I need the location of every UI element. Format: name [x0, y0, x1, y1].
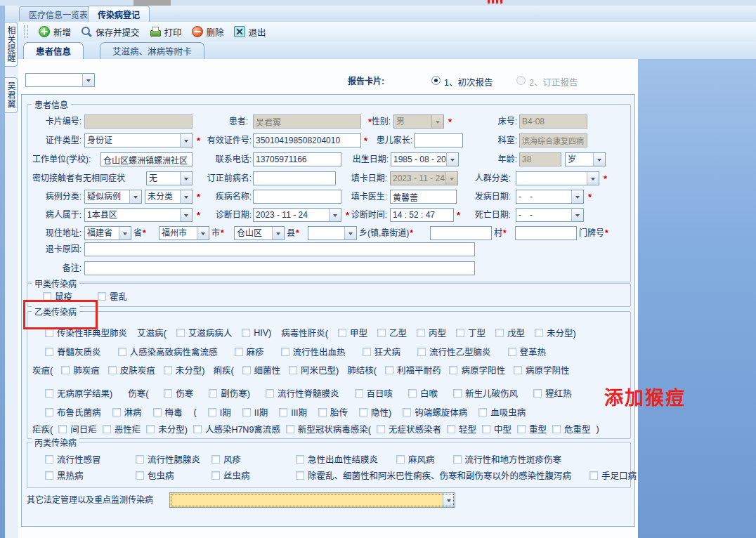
checkbox-icon[interactable]	[281, 348, 289, 356]
dropdown-arrow-icon[interactable]	[446, 153, 458, 166]
patient-belongs-select[interactable]: 1本县区	[84, 208, 193, 222]
disease-option[interactable]: 未分型)	[146, 422, 188, 435]
disease-option[interactable]: 重型	[517, 422, 547, 435]
checkbox-icon[interactable]	[103, 425, 111, 433]
checkbox-icon[interactable]	[98, 292, 106, 301]
checkbox-icon[interactable]	[535, 329, 543, 337]
checkbox-icon[interactable]	[45, 348, 53, 356]
disease-option[interactable]: 流行性脊髓膜炎	[266, 386, 339, 400]
disease-option[interactable]: I期	[208, 405, 231, 419]
other-disease-select[interactable]	[169, 492, 455, 508]
checkbox-icon[interactable]	[296, 471, 304, 480]
checkbox-icon[interactable]	[517, 425, 526, 433]
house-no-input[interactable]	[515, 226, 577, 240]
disease-option[interactable]: 戊型	[495, 326, 525, 339]
disease-option[interactable]: 细菌性	[242, 363, 281, 376]
checkbox-icon[interactable]	[482, 425, 490, 433]
checkbox-icon[interactable]	[146, 425, 155, 433]
disease-option[interactable]: 肺炭疽	[61, 363, 100, 376]
checkbox-icon[interactable]	[377, 329, 386, 337]
checkbox-icon[interactable]	[408, 389, 417, 398]
delete-button[interactable]: 删除	[187, 24, 229, 40]
withdraw-reason-input[interactable]	[84, 242, 475, 256]
age-unit-select[interactable]: 岁	[565, 152, 606, 166]
checkbox-icon[interactable]	[266, 389, 274, 398]
disease-option[interactable]: 除霍乱、细菌性和阿米巴性痢疾、伤寒和副伤寒以外的感染性腹泻病	[296, 468, 571, 482]
disease-option[interactable]: 中型	[482, 422, 511, 435]
checkbox-icon[interactable]	[118, 348, 126, 356]
city-select[interactable]: 福州市	[159, 226, 209, 240]
checkbox-icon[interactable]	[338, 329, 346, 337]
exit-button[interactable]: 退出	[229, 24, 271, 40]
checkbox-icon[interactable]	[153, 408, 162, 416]
checkbox-icon[interactable]	[456, 329, 464, 337]
checkbox-icon[interactable]	[211, 455, 220, 464]
checkbox-icon[interactable]	[235, 348, 243, 356]
checkbox-icon[interactable]	[495, 329, 504, 337]
checkbox-icon[interactable]	[164, 389, 172, 398]
checkbox-icon[interactable]	[377, 425, 385, 433]
checkbox-icon[interactable]	[385, 366, 393, 374]
checkbox-icon[interactable]	[136, 455, 144, 464]
birth-date-select[interactable]: 1985 - 08 - 20	[391, 152, 459, 166]
fill-doctor-input[interactable]	[390, 190, 457, 204]
dropdown-arrow-icon[interactable]	[180, 209, 192, 221]
disease-option[interactable]: 副伤寒)	[209, 386, 250, 400]
disease-option[interactable]: 丝虫病	[211, 468, 296, 482]
disease-option[interactable]: HIV)	[242, 328, 271, 338]
disease-option[interactable]: 丙型	[417, 326, 446, 339]
disease-option[interactable]: 人感染高致病性禽流感	[118, 345, 218, 358]
checkbox-icon[interactable]	[359, 408, 367, 416]
work-unit-input[interactable]	[100, 152, 193, 166]
phone-input[interactable]	[253, 152, 341, 166]
dropdown-arrow-icon[interactable]	[180, 134, 192, 147]
checkbox-icon[interactable]	[289, 366, 297, 374]
case-class-select-1[interactable]: 疑似病例	[84, 190, 142, 204]
checkbox-icon[interactable]	[589, 471, 598, 480]
checkbox-icon[interactable]	[242, 329, 250, 337]
new-button[interactable]: 新增	[34, 24, 76, 40]
checkbox-icon[interactable]	[176, 329, 185, 337]
disease-option[interactable]: 淋病	[112, 405, 142, 419]
close-contact-select[interactable]: 无	[146, 171, 193, 185]
disease-option[interactable]: 间日疟	[58, 422, 97, 435]
checkbox-icon[interactable]	[449, 366, 457, 374]
dropdown-arrow-icon[interactable]	[587, 172, 599, 185]
id-type-select[interactable]: 身份证	[84, 133, 193, 147]
disease-option[interactable]: 隐性)	[359, 405, 391, 419]
disease-option[interactable]: 利福平耐药	[385, 363, 441, 376]
radio-corrected-report[interactable]	[516, 76, 526, 85]
disease-option[interactable]: 流行性和地方性斑疹伤寒	[453, 452, 562, 466]
dropdown-arrow-icon[interactable]	[272, 227, 284, 240]
checkbox-icon[interactable]	[43, 292, 51, 301]
sidebar-item-patient-name[interactable]: 吴君翼	[5, 77, 18, 113]
print-button[interactable]: 打印	[145, 24, 187, 40]
tab-aids-gonorrhea-card[interactable]: 艾滋病、淋病等附卡	[100, 42, 204, 59]
case-class-select-2[interactable]: 未分类	[145, 190, 193, 204]
dropdown-arrow-icon[interactable]	[571, 190, 583, 203]
disease-option[interactable]: 阿米巴型)	[289, 363, 339, 376]
diagnosis-date-select[interactable]: 2023 - 11 - 24	[253, 208, 341, 222]
disease-option[interactable]: 甲型	[338, 326, 367, 339]
onset-date-select[interactable]: - -	[516, 190, 584, 204]
radio-initial-report-label[interactable]: 1、初次报告	[444, 75, 493, 88]
checkbox-icon[interactable]	[208, 408, 216, 416]
disease-option[interactable]: 皮肤炭疽	[108, 363, 155, 376]
disease-option[interactable]: 梅毒	[153, 405, 183, 419]
disease-option[interactable]: II期	[242, 405, 268, 419]
disease-option[interactable]: 未分型)	[535, 326, 576, 339]
checkbox-icon[interactable]	[58, 425, 67, 433]
disease-option[interactable]: 无症状感染者	[377, 422, 441, 435]
disease-option[interactable]: 流行性感冒	[45, 452, 136, 466]
disease-option[interactable]: 流行性腮腺炎	[136, 452, 211, 466]
radio-initial-report[interactable]	[431, 76, 441, 85]
disease-option[interactable]: 病原学阴性	[514, 363, 570, 376]
checkbox-icon[interactable]	[45, 471, 53, 480]
disease-option[interactable]: 轻型	[447, 422, 476, 435]
checkbox-icon[interactable]	[355, 389, 363, 398]
disease-option[interactable]: 麻风病	[396, 452, 435, 466]
checkbox-icon[interactable]	[318, 408, 327, 416]
checkbox-icon[interactable]	[552, 425, 561, 433]
province-select[interactable]: 福建省	[84, 226, 131, 240]
disease-option[interactable]: 布鲁氏菌病	[45, 405, 101, 419]
